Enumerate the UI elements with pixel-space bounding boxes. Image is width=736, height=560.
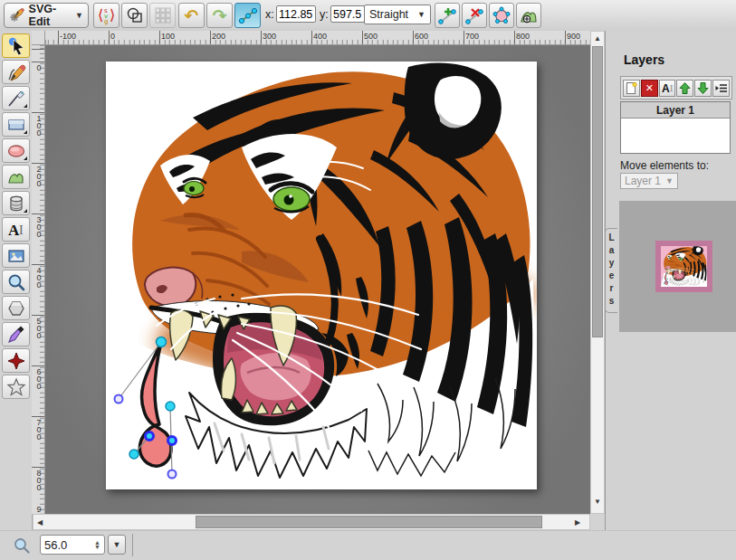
scroll-left-button[interactable]: ◀ <box>33 515 46 529</box>
add-node-button[interactable] <box>435 3 460 28</box>
ruler-label: 500 <box>32 317 43 338</box>
undo-button[interactable]: ↶ <box>178 3 205 28</box>
tool-text[interactable]: A I <box>2 217 30 242</box>
horizontal-scrollbar[interactable]: ◀ ▶ <box>33 514 590 530</box>
drawing-canvas[interactable] <box>106 62 537 489</box>
main-menu-button[interactable]: SVG-Edit ▼ <box>4 3 89 28</box>
grid-icon <box>154 6 172 24</box>
undo-icon: ↶ <box>185 5 199 26</box>
zoom-stepper[interactable]: ▲▼ <box>94 540 100 549</box>
link-control-points-button[interactable] <box>234 3 261 28</box>
zoom-step-down-icon: ▼ <box>94 545 100 549</box>
scroll-right-button[interactable]: ▶ <box>571 515 584 529</box>
ellipse-tool-icon <box>6 141 26 161</box>
rename-layer-icon: A I <box>661 81 674 95</box>
new-layer-button[interactable] <box>623 80 640 97</box>
tool-polygon[interactable] <box>2 296 30 320</box>
rename-layer-button[interactable]: A I <box>659 80 676 97</box>
ruler-label: 400 <box>313 32 327 41</box>
tool-rect[interactable] <box>2 112 30 137</box>
delete-node-button[interactable] <box>462 3 487 28</box>
redo-button[interactable]: ↷ <box>206 3 233 28</box>
grid-button[interactable] <box>149 3 176 28</box>
ruler-label: 100 <box>161 32 175 41</box>
move-elements-caret-icon: ▼ <box>665 176 674 185</box>
tool-star[interactable] <box>2 375 30 399</box>
link-control-points-icon <box>239 6 257 24</box>
layers-panel: Layers Layers ✕ A I <box>605 31 736 530</box>
ruler-label: 300 <box>263 32 276 41</box>
svg-edit-app: SVG-Edit ▼ ⟨ ⟩ s v g <box>0 0 736 560</box>
segment-type-select[interactable]: Straight ▼ <box>364 5 431 24</box>
ruler-label: 500 <box>364 32 378 41</box>
bottom-bar-separator <box>132 534 133 556</box>
left-tool-palette: A I <box>0 31 33 530</box>
vertical-scrollbar[interactable]: ▲ ▼ <box>590 31 605 514</box>
edit-source-button[interactable]: ⟨ ⟩ s v g <box>93 3 119 28</box>
canvas-content[interactable] <box>106 62 537 489</box>
layer-thumbnail[interactable] <box>655 241 712 292</box>
ruler-label: 100 <box>32 114 43 136</box>
tool-eyedropper[interactable] <box>2 322 30 346</box>
wireframe-icon <box>126 6 144 24</box>
layer-thumbnail-canvas <box>661 246 707 287</box>
tool-shapelib[interactable] <box>2 191 30 215</box>
x-label: x: <box>265 8 274 21</box>
layer-down-icon <box>696 81 710 95</box>
add-subpath-icon <box>520 6 538 24</box>
ruler-label: 900 <box>32 505 43 514</box>
wireframe-button[interactable] <box>121 3 148 28</box>
tool-select[interactable] <box>2 33 30 58</box>
scroll-up-button[interactable]: ▲ <box>591 32 604 44</box>
tool-pencil[interactable] <box>2 60 30 84</box>
scroll-down-button[interactable]: ▼ <box>591 495 604 508</box>
ruler-label: 900 <box>567 32 580 41</box>
ruler-label: 800 <box>32 469 43 490</box>
maltese-cross-icon <box>6 351 26 371</box>
tool-line[interactable] <box>2 86 30 110</box>
tool-path[interactable] <box>2 165 30 189</box>
select-tool-icon <box>6 36 26 56</box>
layer-menu-icon <box>714 81 728 95</box>
svg-text:⟩: ⟩ <box>110 6 115 24</box>
layer-list: Layer 1 <box>620 101 731 154</box>
zoom-tool-icon <box>6 272 26 292</box>
y-coordinate-input[interactable] <box>330 5 365 23</box>
zoom-preset-dropdown-button[interactable]: ▼ <box>108 535 126 555</box>
add-subpath-button[interactable] <box>516 3 541 28</box>
bottom-bar: 56.0 ▲▼ ▼ <box>0 530 736 560</box>
tool-cross-shape[interactable] <box>2 348 30 373</box>
tool-ellipse[interactable] <box>2 138 30 163</box>
y-label: y: <box>320 8 329 21</box>
horizontal-scroll-thumb[interactable] <box>196 516 542 528</box>
ruler-label: 600 <box>415 32 428 41</box>
zoom-magnifier-icon <box>13 536 31 555</box>
layer-list-item-selected[interactable]: Layer 1 <box>621 102 730 119</box>
open-path-icon <box>492 6 511 24</box>
vertical-scroll-thumb[interactable] <box>592 46 603 337</box>
ruler-corner <box>32 31 45 45</box>
open-path-button[interactable] <box>489 3 514 28</box>
move-layer-down-button[interactable] <box>694 80 712 97</box>
svg-text:A: A <box>662 82 670 95</box>
ruler-label: 200 <box>212 32 225 41</box>
svg-text:⟨: ⟨ <box>98 6 103 24</box>
layers-side-tab[interactable]: Layers <box>605 228 617 313</box>
x-coordinate-input[interactable] <box>276 5 316 23</box>
path-tool-icon <box>6 167 26 187</box>
tool-image[interactable] <box>2 243 30 268</box>
move-elements-select[interactable]: Layer 1 ▼ <box>620 173 678 189</box>
zoom-level-input[interactable]: 56.0 ▲▼ <box>40 535 105 555</box>
delete-layer-button[interactable]: ✕ <box>641 80 658 97</box>
tool-zoom[interactable] <box>2 270 30 294</box>
svg-edit-logo-icon <box>9 6 25 24</box>
ruler-label: 700 <box>32 418 43 440</box>
ruler-label: -100 <box>60 32 76 41</box>
work-area[interactable] <box>45 45 590 514</box>
layer-menu-button[interactable] <box>712 80 730 97</box>
new-layer-icon <box>625 81 638 95</box>
move-layer-up-button[interactable] <box>676 80 693 97</box>
move-elements-label: Move elements to: <box>620 159 709 172</box>
layers-panel-title: Layers <box>624 52 664 67</box>
rect-tool-icon <box>6 115 26 135</box>
